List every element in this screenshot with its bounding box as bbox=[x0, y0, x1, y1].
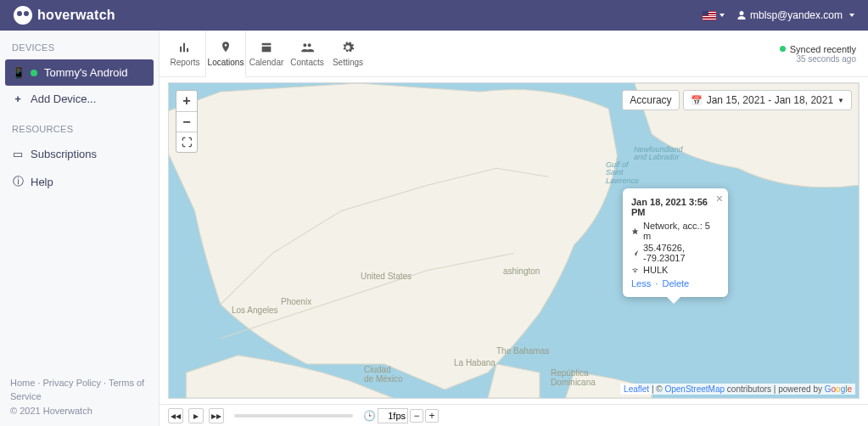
tab-reports[interactable]: Reports bbox=[165, 31, 205, 76]
osm-link[interactable]: OpenStreetMap bbox=[664, 384, 725, 394]
chevron-down-icon bbox=[849, 14, 854, 17]
tab-label: Contacts bbox=[290, 58, 323, 67]
sidebar: DEVICES 📱 Tommy's Android + Add Device..… bbox=[0, 31, 160, 426]
owl-icon bbox=[14, 6, 32, 25]
sync-text: Synced recently bbox=[790, 44, 856, 54]
fps-minus-button[interactable]: − bbox=[410, 409, 423, 423]
popup-close-button[interactable]: × bbox=[716, 192, 723, 205]
sidebar-item-help[interactable]: ⓘ Help bbox=[0, 167, 159, 196]
fps-input[interactable] bbox=[378, 408, 408, 423]
location-popup: × Jan 18, 2021 3:56 PM Network, acc.: 5 … bbox=[623, 188, 728, 297]
sync-status: Synced recently 35 seconds ago bbox=[780, 31, 856, 76]
sync-ago: 35 seconds ago bbox=[780, 54, 856, 64]
footer-link-home[interactable]: Home bbox=[10, 378, 35, 388]
section-resources: RESOURCES bbox=[0, 112, 159, 141]
tab-settings[interactable]: Settings bbox=[328, 31, 368, 76]
date-range-label: Jan 15, 2021 - Jan 18, 2021 bbox=[707, 94, 833, 106]
map-container[interactable]: United States Phoenix Los Angeles Ciudad… bbox=[168, 82, 860, 399]
play-button[interactable]: ▸ bbox=[188, 408, 204, 423]
location-icon bbox=[631, 227, 639, 235]
accuracy-dropdown[interactable]: Accuracy bbox=[622, 90, 679, 110]
device-label: Tommy's Android bbox=[44, 66, 128, 79]
popup-coords: 35.47626, -79.23017 bbox=[643, 243, 720, 263]
brand-logo[interactable]: hoverwatch bbox=[14, 6, 115, 25]
playback-bar: ◂◂ ▸ ▸▸ 🕒 − + bbox=[160, 404, 868, 426]
bar-chart-icon bbox=[178, 41, 192, 54]
map-tiles[interactable] bbox=[169, 83, 859, 398]
date-range-picker[interactable]: 📅 Jan 15, 2021 - Jan 18, 2021 ▼ bbox=[683, 90, 852, 110]
pin-icon bbox=[219, 41, 232, 54]
sidebar-footer: Home · Privacy Policy · Terms of Service… bbox=[0, 367, 159, 427]
leaflet-link[interactable]: Leaflet bbox=[624, 384, 649, 394]
tab-calendar[interactable]: Calendar bbox=[246, 31, 287, 76]
top-toolbar: Reports Locations Calendar Contacts Sett… bbox=[160, 31, 868, 77]
tab-label: Reports bbox=[170, 58, 199, 67]
chevron-down-icon: ▼ bbox=[837, 97, 844, 104]
help-label: Help bbox=[31, 176, 53, 188]
brand-text: hoverwatch bbox=[37, 8, 115, 23]
popup-timestamp: Jan 18, 2021 3:56 PM bbox=[631, 197, 720, 217]
calendar-icon: 📅 bbox=[691, 95, 703, 106]
status-dot bbox=[780, 46, 786, 52]
info-icon: ⓘ bbox=[12, 174, 24, 189]
popup-less-link[interactable]: Less bbox=[631, 278, 651, 289]
popup-network: Network, acc.: 5 m bbox=[643, 221, 720, 241]
wifi-icon bbox=[631, 266, 639, 274]
map-attribution: Leaflet | © OpenStreetMap contributors |… bbox=[620, 384, 855, 395]
popup-wifi: HULK bbox=[643, 265, 668, 275]
gear-icon bbox=[341, 41, 355, 54]
zoom-out-button[interactable]: − bbox=[176, 111, 197, 132]
tab-locations[interactable]: Locations bbox=[205, 31, 246, 77]
main-area: Reports Locations Calendar Contacts Sett… bbox=[160, 31, 868, 426]
status-dot-online bbox=[31, 70, 37, 76]
user-email: mblsp@yandex.com bbox=[750, 9, 843, 21]
clock-icon: 🕒 bbox=[363, 410, 376, 422]
plus-icon: + bbox=[12, 92, 24, 105]
users-icon bbox=[300, 41, 314, 54]
copyright: © 2021 Hoverwatch bbox=[10, 404, 148, 418]
sidebar-item-add-device[interactable]: + Add Device... bbox=[0, 86, 159, 112]
zoom-in-button[interactable]: + bbox=[176, 91, 197, 111]
sidebar-item-device[interactable]: 📱 Tommy's Android bbox=[5, 59, 154, 86]
subscriptions-label: Subscriptions bbox=[31, 148, 97, 160]
fullscreen-button[interactable]: ⛶ bbox=[176, 132, 197, 152]
accuracy-label: Accuracy bbox=[630, 94, 671, 106]
tab-contacts[interactable]: Contacts bbox=[287, 31, 328, 76]
language-selector[interactable] bbox=[703, 11, 725, 20]
playback-track[interactable] bbox=[234, 414, 353, 418]
card-icon: ▭ bbox=[12, 148, 24, 160]
app-header: hoverwatch mblsp@yandex.com bbox=[0, 0, 868, 31]
section-devices: DEVICES bbox=[0, 31, 159, 59]
map-zoom-control: + − ⛶ bbox=[176, 90, 198, 153]
tab-label: Locations bbox=[208, 58, 244, 67]
calendar-icon bbox=[260, 41, 273, 54]
add-device-label: Add Device... bbox=[31, 92, 96, 105]
step-fwd-button[interactable]: ▸▸ bbox=[209, 408, 224, 423]
us-flag-icon bbox=[703, 11, 716, 20]
sidebar-item-subscriptions[interactable]: ▭ Subscriptions bbox=[0, 141, 159, 167]
tab-label: Calendar bbox=[249, 58, 284, 67]
phone-icon: 📱 bbox=[12, 66, 24, 79]
popup-delete-link[interactable]: Delete bbox=[662, 278, 689, 289]
google-logo: Google bbox=[825, 384, 852, 394]
arrow-icon bbox=[631, 249, 639, 257]
step-back-button[interactable]: ◂◂ bbox=[168, 408, 183, 423]
footer-link-privacy[interactable]: Privacy Policy bbox=[43, 378, 101, 388]
user-menu[interactable]: mblsp@yandex.com bbox=[736, 9, 854, 21]
tab-label: Settings bbox=[333, 58, 363, 67]
fps-plus-button[interactable]: + bbox=[425, 409, 439, 423]
user-icon bbox=[736, 10, 747, 20]
